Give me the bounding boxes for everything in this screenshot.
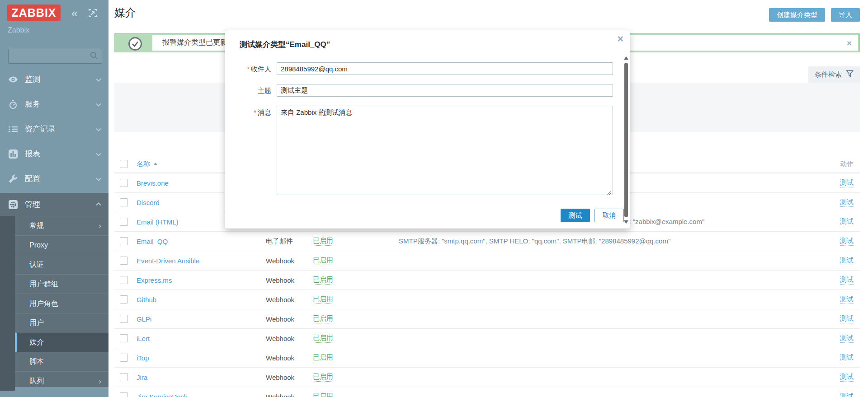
sidebar-subitem[interactable]: 脚本 bbox=[15, 352, 108, 371]
sidebar-subitem[interactable]: 常规 › bbox=[15, 216, 108, 235]
row-checkbox[interactable] bbox=[120, 334, 128, 342]
test-action-link[interactable]: 测试 bbox=[840, 237, 854, 246]
recipient-input[interactable] bbox=[277, 62, 613, 75]
scroll-down-icon[interactable] bbox=[624, 220, 628, 224]
table-row: iTop Webhook 已启用 测试 bbox=[114, 348, 860, 368]
media-type-type: Webhook bbox=[266, 354, 313, 362]
test-action-link[interactable]: 测试 bbox=[840, 373, 854, 382]
cancel-button[interactable]: 取消 bbox=[594, 209, 624, 222]
sidebar-item-label: 管理 bbox=[25, 199, 40, 210]
sidebar-expand-icon[interactable] bbox=[89, 9, 97, 19]
banner-close-icon[interactable]: × bbox=[847, 38, 852, 47]
sidebar-item-label: 报表 bbox=[25, 149, 40, 159]
media-type-name-link[interactable]: Jira ServiceDesk bbox=[137, 393, 188, 397]
status-enabled-link[interactable]: 已启用 bbox=[313, 353, 333, 362]
test-action-link[interactable]: 测试 bbox=[840, 198, 854, 207]
zabbix-logo[interactable]: ZABBIX bbox=[7, 5, 61, 21]
test-action-link[interactable]: 测试 bbox=[840, 334, 854, 343]
sidebar-item-configuration[interactable]: 配置 bbox=[0, 166, 108, 191]
create-media-type-button[interactable]: 创建媒介类型 bbox=[769, 8, 825, 22]
status-enabled-link[interactable]: 已启用 bbox=[313, 392, 333, 397]
row-checkbox[interactable] bbox=[120, 179, 128, 187]
test-action-link[interactable]: 测试 bbox=[840, 256, 854, 265]
sidebar-item-monitoring[interactable]: 监测 bbox=[0, 67, 108, 92]
test-action-link[interactable]: 测试 bbox=[840, 178, 854, 187]
subject-label: 主题 bbox=[225, 84, 271, 95]
sidebar-subitem[interactable]: Proxy bbox=[15, 235, 108, 255]
row-checkbox[interactable] bbox=[120, 218, 128, 226]
brand-subtitle: Zabbix bbox=[8, 26, 29, 34]
test-action-link[interactable]: 测试 bbox=[840, 314, 854, 323]
sidebar-subitem[interactable]: 用户角色 bbox=[15, 294, 108, 313]
dialog-close-icon[interactable]: × bbox=[618, 34, 623, 44]
sidebar-subitem-label: 常规 bbox=[29, 221, 44, 231]
sidebar-subitem[interactable]: 队列 › bbox=[15, 371, 108, 391]
sidebar-subitem[interactable]: 认证 bbox=[15, 255, 108, 274]
media-type-name-link[interactable]: Event-Driven Ansible bbox=[137, 257, 199, 265]
row-checkbox[interactable] bbox=[120, 237, 128, 245]
media-type-name-link[interactable]: iTop bbox=[137, 354, 149, 362]
row-checkbox[interactable] bbox=[120, 373, 128, 381]
row-checkbox[interactable] bbox=[120, 354, 128, 362]
table-row: Jira Webhook 已启用 测试 bbox=[114, 368, 860, 387]
sidebar-item-reports[interactable]: 报表 bbox=[0, 141, 108, 166]
message-textarea[interactable]: 来自 Zabbix 的测试消息 bbox=[277, 106, 613, 195]
table-row: Jira ServiceDesk Webhook 已启用 测试 bbox=[114, 387, 860, 397]
page-title: 媒介 bbox=[114, 5, 136, 20]
scrollbar-thumb[interactable] bbox=[624, 63, 628, 217]
status-enabled-link[interactable]: 已启用 bbox=[313, 237, 333, 246]
status-enabled-link[interactable]: 已启用 bbox=[313, 295, 333, 304]
table-row: Express.ms Webhook 已启用 测试 bbox=[114, 271, 860, 290]
sidebar-item-services[interactable]: 服务 bbox=[0, 92, 108, 117]
media-type-name-link[interactable]: GLPi bbox=[137, 315, 151, 323]
import-button[interactable]: 导入 bbox=[831, 8, 860, 22]
row-checkbox[interactable] bbox=[120, 392, 128, 397]
sidebar-subitem[interactable]: 用户群组 bbox=[15, 274, 108, 294]
filter-tab[interactable]: 条件检索 bbox=[808, 66, 860, 83]
media-type-name-link[interactable]: iLert bbox=[137, 335, 150, 342]
media-type-name-link[interactable]: Discord bbox=[137, 199, 160, 206]
media-type-type: Webhook bbox=[266, 276, 313, 284]
funnel-icon bbox=[846, 70, 854, 79]
media-type-name-link[interactable]: Email_QQ bbox=[137, 238, 168, 245]
row-checkbox[interactable] bbox=[120, 295, 128, 304]
sidebar-collapse-icon[interactable]: « bbox=[71, 6, 78, 20]
test-action-link[interactable]: 测试 bbox=[840, 276, 854, 285]
row-checkbox[interactable] bbox=[120, 198, 128, 206]
subject-input[interactable] bbox=[277, 84, 613, 97]
banner-message: 报警媒介类型已更新 bbox=[162, 38, 227, 47]
sidebar-subitem[interactable]: 媒介 bbox=[15, 332, 108, 352]
status-enabled-link[interactable]: 已启用 bbox=[313, 256, 333, 265]
chevron-right-icon: › bbox=[99, 221, 101, 231]
scroll-up-icon[interactable] bbox=[624, 56, 628, 60]
row-checkbox[interactable] bbox=[120, 276, 128, 284]
media-type-type: Webhook bbox=[266, 296, 313, 304]
test-action-link[interactable]: 测试 bbox=[840, 217, 854, 226]
sidebar-item-label: 监测 bbox=[25, 74, 40, 84]
test-action-link[interactable]: 测试 bbox=[840, 353, 854, 362]
sidebar-search[interactable] bbox=[8, 49, 102, 64]
sidebar-subitem-label: 用户 bbox=[29, 318, 44, 328]
test-action-link[interactable]: 测试 bbox=[840, 295, 854, 304]
test-button[interactable]: 测试 bbox=[561, 209, 590, 222]
media-type-name-link[interactable]: Email (HTML) bbox=[137, 218, 179, 226]
header-actions: 创建媒介类型 导入 bbox=[769, 8, 860, 22]
test-action-link[interactable]: 测试 bbox=[840, 392, 854, 397]
status-enabled-link[interactable]: 已启用 bbox=[313, 276, 333, 285]
media-type-name-link[interactable]: Express.ms bbox=[137, 276, 172, 284]
sidebar-subitem[interactable]: 用户 bbox=[15, 313, 108, 332]
media-type-name-link[interactable]: Github bbox=[137, 296, 156, 304]
select-all-checkbox[interactable] bbox=[120, 160, 128, 168]
status-enabled-link[interactable]: 已启用 bbox=[313, 373, 333, 382]
row-checkbox[interactable] bbox=[120, 257, 128, 265]
media-type-name-link[interactable]: Brevis.one bbox=[137, 179, 169, 187]
dialog-scrollbar[interactable] bbox=[623, 56, 629, 224]
status-enabled-link[interactable]: 已启用 bbox=[313, 314, 333, 323]
media-type-name-link[interactable]: Jira bbox=[137, 374, 147, 381]
sidebar-item-inventory[interactable]: 资产记录 bbox=[0, 117, 108, 141]
status-enabled-link[interactable]: 已启用 bbox=[313, 334, 333, 343]
table-row: Event-Driven Ansible Webhook 已启用 测试 bbox=[114, 251, 860, 271]
sidebar-item-administration[interactable]: 管理 bbox=[0, 193, 108, 216]
row-checkbox[interactable] bbox=[120, 315, 128, 323]
sidebar-subitem-label: 队列 bbox=[29, 377, 44, 386]
